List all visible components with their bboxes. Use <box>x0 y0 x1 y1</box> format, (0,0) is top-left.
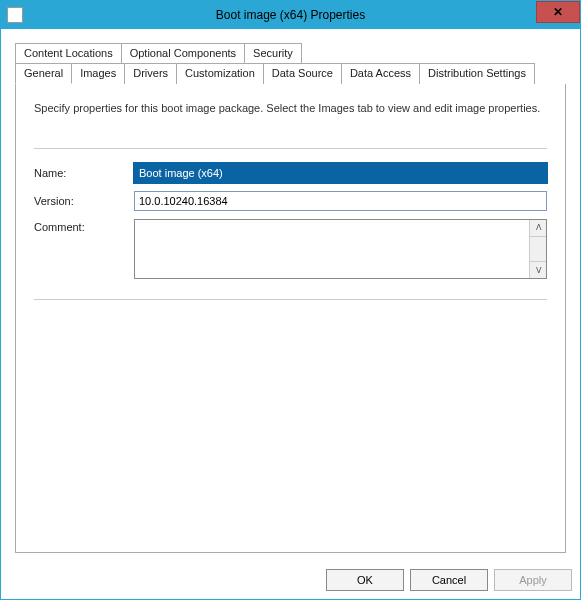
tab-data-access[interactable]: Data Access <box>341 63 420 84</box>
label-version: Version: <box>34 195 134 207</box>
tab-data-source[interactable]: Data Source <box>263 63 342 84</box>
comment-wrap: ᐱ ᐯ <box>134 219 547 279</box>
tab-customization[interactable]: Customization <box>176 63 264 84</box>
label-name: Name: <box>34 167 134 179</box>
spacer <box>34 300 547 540</box>
content-area: Content Locations Optional Components Se… <box>1 29 580 563</box>
close-icon: ✕ <box>553 5 563 19</box>
apply-button[interactable]: Apply <box>494 569 572 591</box>
scroll-track[interactable] <box>530 237 546 263</box>
scroll-down-icon[interactable]: ᐯ <box>530 262 546 278</box>
window-title: Boot image (x64) Properties <box>1 8 580 22</box>
divider-top <box>34 148 547 149</box>
tab-images[interactable]: Images <box>71 63 125 84</box>
row-name: Name: <box>34 163 547 183</box>
comment-scrollbar: ᐱ ᐯ <box>529 220 546 278</box>
row-version: Version: <box>34 191 547 211</box>
scroll-up-icon[interactable]: ᐱ <box>530 220 546 237</box>
tab-general[interactable]: General <box>15 63 72 84</box>
tab-distribution-settings[interactable]: Distribution Settings <box>419 63 535 84</box>
tabs-row-2: General Images Drivers Customization Dat… <box>15 63 566 84</box>
properties-window: Boot image (x64) Properties ✕ Content Lo… <box>0 0 581 600</box>
comment-field[interactable] <box>135 220 529 278</box>
tab-control: Content Locations Optional Components Se… <box>15 43 566 84</box>
window-icon <box>7 7 23 23</box>
close-button[interactable]: ✕ <box>536 1 580 23</box>
name-field[interactable] <box>134 163 547 183</box>
tab-content-locations[interactable]: Content Locations <box>15 43 122 64</box>
tab-optional-components[interactable]: Optional Components <box>121 43 245 64</box>
tab-drivers[interactable]: Drivers <box>124 63 177 84</box>
dialog-footer: OK Cancel Apply <box>1 563 580 599</box>
row-comment: Comment: ᐱ ᐯ <box>34 219 547 279</box>
cancel-button[interactable]: Cancel <box>410 569 488 591</box>
tab-security[interactable]: Security <box>244 43 302 64</box>
panel-description: Specify properties for this boot image p… <box>34 102 547 114</box>
panel-body: Specify properties for this boot image p… <box>34 102 547 540</box>
tabs-row-1: Content Locations Optional Components Se… <box>15 43 566 64</box>
ok-button[interactable]: OK <box>326 569 404 591</box>
tab-panel-general: Specify properties for this boot image p… <box>15 84 566 553</box>
titlebar[interactable]: Boot image (x64) Properties ✕ <box>1 1 580 29</box>
version-field[interactable] <box>134 191 547 211</box>
label-comment: Comment: <box>34 219 134 233</box>
